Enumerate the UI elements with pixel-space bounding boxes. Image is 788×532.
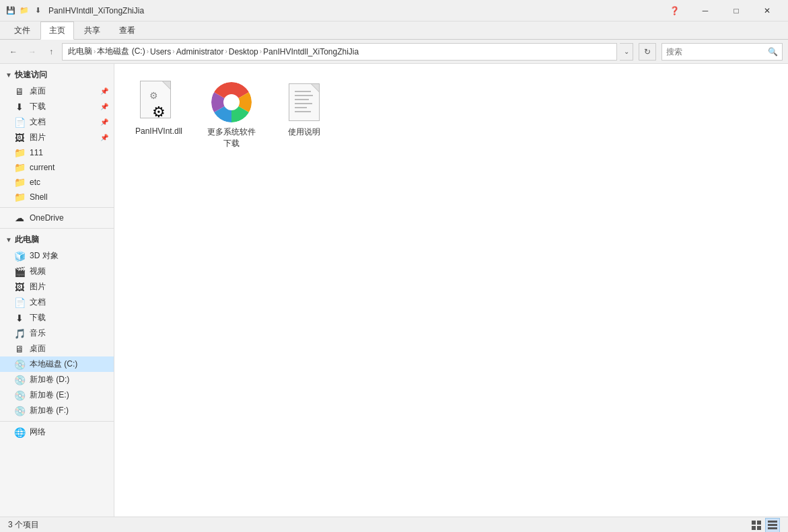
address-input[interactable]: 此电脑 › 本地磁盘 (C:) › Users › Administrator … — [62, 43, 617, 61]
network-icon: 🌐 — [13, 427, 26, 438]
sidebar-divider-3 — [0, 421, 114, 422]
file-item-app[interactable]: 更多系统软件下载 — [198, 75, 265, 155]
file-item-dll[interactable]: ⚙ ⚙ PanIHVInt.dll — [125, 75, 192, 155]
save-icon[interactable]: 💾 — [5, 5, 16, 16]
pictures-icon: 🖼 — [13, 132, 26, 143]
pin-icon: 📌 — [100, 87, 108, 95]
this-pc-label: 此电脑 — [15, 234, 39, 245]
pin-icon-4: 📌 — [100, 134, 108, 141]
sidebar-item-drive-e[interactable]: 💿 新加卷 (E:) — [0, 387, 114, 403]
sidebar-item-111[interactable]: 📁 111 — [0, 145, 114, 160]
forward-button[interactable]: → — [24, 44, 40, 60]
search-icon: 🔍 — [768, 47, 778, 56]
sidebar-item-pictures-quick[interactable]: 🖼 图片 📌 — [0, 130, 114, 145]
sidebar-item-music[interactable]: 🎵 音乐 — [0, 326, 114, 341]
sidebar-item-onedrive[interactable]: ☁ OneDrive — [0, 211, 114, 225]
drive-d-icon: 💿 — [13, 375, 26, 385]
sidebar-item-etc[interactable]: 📁 etc — [0, 175, 114, 190]
folder-current-icon: 📁 — [13, 162, 26, 173]
ribbon-tabs: 文件 主页 共享 查看 — [0, 22, 788, 39]
sidebar-item-drive-d-label: 新加卷 (D:) — [30, 374, 69, 385]
svg-rect-7 — [768, 524, 777, 526]
svg-rect-6 — [768, 521, 777, 523]
svg-rect-4 — [752, 526, 756, 530]
view-grid-button[interactable] — [749, 518, 764, 533]
sidebar-item-shell[interactable]: 📁 Shell — [0, 190, 114, 204]
view-icons — [749, 518, 780, 533]
close-button[interactable]: ✕ — [752, 0, 783, 22]
sidebar-item-current[interactable]: 📁 current — [0, 160, 114, 175]
quick-access-header[interactable]: ▼ 快速访问 — [0, 67, 114, 83]
sidebar-item-music-label: 音乐 — [30, 328, 46, 339]
sidebar-item-desktop[interactable]: 🖥 桌面 — [0, 341, 114, 356]
sidebar-item-network[interactable]: 🌐 网络 — [0, 424, 114, 440]
help-button[interactable]: ❓ — [659, 0, 690, 22]
dll-file-icon: ⚙ ⚙ — [137, 81, 180, 124]
sidebar-item-downloads-quick[interactable]: ⬇ 下载 📌 — [0, 99, 114, 114]
this-pc-arrow: ▼ — [5, 236, 12, 243]
docs-pc-icon: 📄 — [13, 297, 26, 308]
back-button[interactable]: ← — [5, 44, 22, 60]
up-button[interactable]: ↑ — [43, 44, 59, 60]
sidebar-item-videos[interactable]: 🎬 视频 — [0, 264, 114, 279]
sidebar-item-pictures-label: 图片 — [30, 132, 46, 143]
tab-share[interactable]: 共享 — [75, 22, 109, 39]
sidebar-item-docs[interactable]: 📄 文档 — [0, 295, 114, 310]
sidebar-item-desktop-label: 桌面 — [30, 85, 46, 97]
search-box[interactable]: 🔍 — [661, 43, 783, 61]
address-chevron[interactable]: ⌄ — [620, 43, 633, 61]
search-input[interactable] — [666, 47, 768, 56]
view-list-button[interactable] — [765, 518, 780, 533]
file-item-txt[interactable]: 使用说明 — [271, 75, 338, 155]
svg-rect-2 — [752, 521, 756, 525]
sidebar-item-drive-c[interactable]: 💿 本地磁盘 (C:) — [0, 356, 114, 372]
sidebar-item-drive-f[interactable]: 💿 新加卷 (F:) — [0, 403, 114, 418]
desktop-pc-icon: 🖥 — [13, 344, 26, 354]
maximize-button[interactable]: □ — [721, 0, 752, 22]
title-bar-icons: 💾 📁 ⬇ — [5, 5, 43, 16]
address-bar: ← → ↑ 此电脑 › 本地磁盘 (C:) › Users › Administ… — [0, 40, 788, 64]
refresh-button[interactable]: ↻ — [639, 43, 656, 61]
sidebar-item-3dobjects-label: 3D 对象 — [30, 250, 59, 262]
folder-icon[interactable]: 📁 — [19, 5, 30, 16]
onedrive-icon: ☁ — [13, 213, 26, 223]
sidebar-item-desktop-quick[interactable]: 🖥 桌面 📌 — [0, 83, 114, 99]
quick-access-icon[interactable]: ⬇ — [32, 5, 43, 16]
sidebar-item-downloads-pc-label: 下载 — [30, 312, 46, 324]
sidebar-item-3dobjects[interactable]: 🧊 3D 对象 — [0, 248, 114, 264]
sidebar-item-drive-f-label: 新加卷 (F:) — [30, 405, 69, 416]
sidebar-item-network-label: 网络 — [30, 426, 46, 438]
dll-file-name: PanIHVInt.dll — [135, 126, 182, 136]
this-pc-header[interactable]: ▼ 此电脑 — [0, 231, 114, 248]
sidebar-item-drive-d[interactable]: 💿 新加卷 (D:) — [0, 372, 114, 387]
txt-file-name: 使用说明 — [288, 126, 320, 138]
downloads-pc-icon: ⬇ — [13, 313, 26, 324]
folder-shell-icon: 📁 — [13, 192, 26, 202]
app-file-icon — [210, 81, 253, 124]
sidebar-item-docs-pc-label: 文档 — [30, 297, 46, 308]
folder-111-icon: 📁 — [13, 147, 26, 158]
tab-file[interactable]: 文件 — [5, 22, 39, 39]
window-title: PanIHVIntdll_XiTongZhiJia — [48, 6, 659, 15]
sidebar-item-111-label: 111 — [30, 148, 43, 157]
ribbon: 文件 主页 共享 查看 — [0, 22, 788, 40]
sidebar-divider-2 — [0, 228, 114, 229]
tab-view[interactable]: 查看 — [110, 22, 144, 39]
txt-file-icon — [283, 81, 326, 124]
svg-point-1 — [223, 94, 240, 110]
svg-rect-5 — [757, 526, 761, 530]
minimize-button[interactable]: ─ — [690, 0, 721, 22]
window-controls: ❓ ─ □ ✕ — [659, 0, 783, 22]
drive-c-icon: 💿 — [13, 359, 26, 370]
sidebar-item-downloads[interactable]: ⬇ 下载 — [0, 310, 114, 326]
tab-home[interactable]: 主页 — [40, 22, 74, 40]
sidebar-item-downloads-label: 下载 — [30, 101, 46, 112]
quick-access-label: 快速访问 — [15, 69, 47, 81]
music-icon: 🎵 — [13, 328, 26, 339]
svg-rect-8 — [768, 527, 777, 529]
sidebar-item-docs-quick[interactable]: 📄 文档 📌 — [0, 114, 114, 130]
status-bar: 3 个项目 — [0, 517, 788, 532]
sidebar-item-pictures-pc-label: 图片 — [30, 281, 46, 293]
sidebar-item-pictures[interactable]: 🖼 图片 — [0, 279, 114, 295]
sidebar-item-desktop-pc-label: 桌面 — [30, 343, 46, 354]
